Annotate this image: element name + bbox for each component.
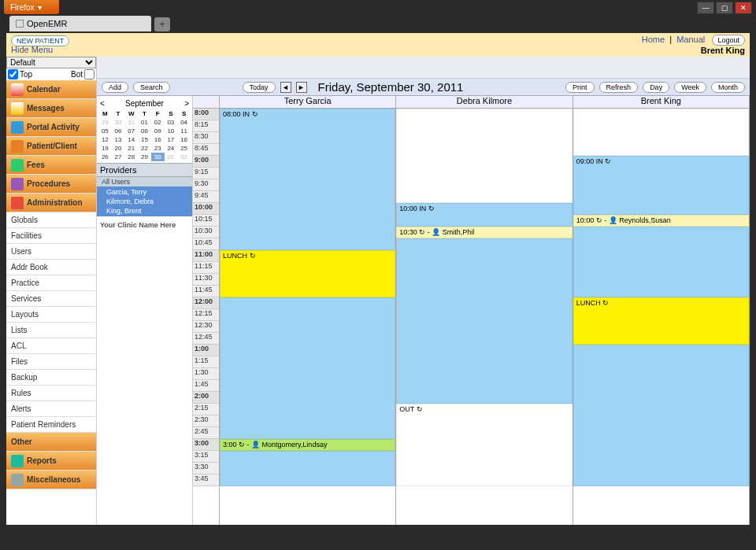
mini-calendar[interactable]: < September > MTWTFSS2930310102030405060… [97, 96, 192, 163]
prev-arrow[interactable]: ◄ [280, 82, 291, 93]
cal-day[interactable]: 05 [98, 127, 112, 135]
nav-alerts[interactable]: Alerts [6, 401, 96, 417]
cal-day[interactable]: 01 [165, 153, 178, 161]
print-button[interactable]: Print [565, 82, 595, 93]
close-button[interactable]: ✕ [735, 2, 752, 14]
provider-column-header[interactable]: Terry Garcia [220, 96, 396, 109]
cal-day[interactable]: 01 [138, 118, 151, 127]
hide-menu-link[interactable]: Hide Menu [11, 45, 53, 54]
nav-acl[interactable]: ACL [6, 338, 96, 354]
calendar-event[interactable] [220, 451, 395, 486]
cal-day[interactable]: 12 [98, 135, 112, 144]
provider-item[interactable]: Garcia, Terry [102, 187, 187, 197]
provider-item[interactable]: King, Brent [102, 206, 187, 216]
nav-rules[interactable]: Rules [6, 386, 96, 401]
browser-tab[interactable]: OpenEMR [9, 16, 151, 31]
calendar-event[interactable]: 3:00 ↻ - 👤 Montgomery,Lindsay [220, 439, 395, 451]
calendar-event[interactable] [396, 109, 572, 203]
cal-day[interactable]: 02 [177, 153, 191, 161]
maximize-button[interactable]: ▢ [716, 2, 733, 14]
cal-day[interactable]: 02 [151, 118, 165, 127]
week-button[interactable]: Week [674, 82, 706, 93]
today-button[interactable]: Today [243, 82, 276, 93]
firefox-menu[interactable]: Firefox ▾ [4, 0, 59, 14]
provider-column[interactable]: 09:00 IN ↻10:00 ↻ - 👤 Reynolds,SusanLUNC… [573, 109, 750, 525]
nav-administration[interactable]: Administration [6, 194, 96, 212]
cal-day[interactable]: 17 [165, 135, 178, 144]
calendar-event[interactable]: OUT ↻ [396, 404, 572, 486]
month-button[interactable]: Month [711, 82, 745, 93]
nav-users[interactable]: Users [6, 244, 96, 260]
prev-month[interactable]: < [100, 99, 105, 108]
calendar-event[interactable]: 10:00 ↻ - 👤 Reynolds,Susan [573, 215, 749, 227]
cal-day[interactable]: 31 [124, 118, 138, 127]
cal-day[interactable]: 09 [151, 127, 165, 135]
cal-day[interactable]: 22 [138, 144, 151, 153]
cal-day[interactable]: 30 [112, 118, 125, 127]
nav-procedures[interactable]: Procedures [6, 175, 96, 194]
nav-portal-activity[interactable]: Portal Activity [6, 118, 96, 137]
provider-column-header[interactable]: Brent King [573, 96, 750, 109]
nav-addr-book[interactable]: Addr Book [6, 260, 96, 275]
cal-day[interactable]: 20 [112, 144, 125, 153]
cal-day[interactable]: 06 [112, 127, 125, 135]
add-button[interactable]: Add [102, 82, 128, 93]
cal-day[interactable]: 29 [98, 118, 112, 127]
calendar-event[interactable]: LUNCH ↻ [573, 297, 749, 345]
cal-day[interactable]: 30 [151, 153, 165, 161]
nav-calendar[interactable]: Calendar [6, 80, 96, 99]
calendar-event[interactable]: 09:00 IN ↻ [573, 156, 749, 215]
cal-day[interactable]: 24 [165, 144, 178, 153]
cal-day[interactable]: 29 [138, 153, 151, 161]
provider-column[interactable]: 08:00 IN ↻LUNCH ↻3:00 ↻ - 👤 Montgomery,L… [220, 109, 396, 525]
calendar-event[interactable]: 10:30 ↻ - 👤 Smith,Phil [396, 227, 572, 238]
top-checkbox[interactable] [8, 69, 18, 79]
cal-day[interactable]: 08 [138, 127, 151, 135]
cal-day[interactable]: 23 [151, 144, 165, 153]
calendar-event[interactable] [396, 238, 572, 404]
cal-day[interactable]: 19 [98, 144, 112, 153]
nav-facilities[interactable]: Facilities [6, 228, 96, 244]
nav-layouts[interactable]: Layouts [6, 307, 96, 323]
calendar-event[interactable] [220, 297, 395, 439]
calendar-event[interactable]: 08:00 IN ↻ [220, 109, 395, 250]
cal-day[interactable]: 18 [177, 135, 191, 144]
sidebar-select[interactable]: Default [6, 57, 96, 68]
search-button[interactable]: Search [133, 82, 170, 93]
calendar-grid[interactable]: Terry GarciaDebra KilmoreBrent King 8:00… [193, 96, 750, 525]
manual-link[interactable]: Manual [676, 35, 705, 44]
bot-checkbox[interactable] [84, 69, 94, 79]
cal-day[interactable]: 13 [112, 135, 125, 144]
day-button[interactable]: Day [643, 82, 669, 93]
calendar-event[interactable]: 10:00 IN ↻ [396, 203, 572, 227]
cal-day[interactable]: 27 [112, 153, 125, 161]
calendar-event[interactable] [573, 109, 749, 156]
provider-column-header[interactable]: Debra Kilmore [396, 96, 573, 109]
refresh-button[interactable]: Refresh [599, 82, 639, 93]
nav-files[interactable]: Files [6, 354, 96, 370]
cal-day[interactable]: 25 [177, 144, 191, 153]
provider-column[interactable]: 10:00 IN ↻10:30 ↻ - 👤 Smith,PhilOUT ↻ [396, 109, 573, 525]
provider-item[interactable]: Kilmore, Debra [102, 197, 187, 206]
nav-reports[interactable]: Reports [6, 452, 96, 471]
nav-lists[interactable]: Lists [6, 323, 96, 338]
nav-patient-client[interactable]: Patient/Client [6, 137, 96, 156]
nav-globals[interactable]: Globals [6, 212, 96, 228]
provider-all[interactable]: All Users [97, 177, 192, 186]
cal-day[interactable]: 11 [177, 127, 191, 135]
nav-fees[interactable]: Fees [6, 156, 96, 175]
nav-other[interactable]: Other [6, 433, 96, 452]
new-tab-button[interactable]: + [154, 17, 170, 31]
cal-day[interactable]: 14 [124, 135, 138, 144]
cal-day[interactable]: 07 [124, 127, 138, 135]
calendar-event[interactable]: LUNCH ↻ [220, 250, 395, 297]
cal-day[interactable]: 21 [124, 144, 138, 153]
home-link[interactable]: Home [642, 35, 665, 44]
cal-day[interactable]: 28 [124, 153, 138, 161]
cal-day[interactable]: 15 [138, 135, 151, 144]
nav-patient-reminders[interactable]: Patient Reminders [6, 417, 96, 433]
nav-backup[interactable]: Backup [6, 370, 96, 386]
calendar-event[interactable] [573, 227, 749, 297]
next-arrow[interactable]: ► [296, 82, 307, 93]
logout-button[interactable]: Logout [712, 35, 745, 46]
